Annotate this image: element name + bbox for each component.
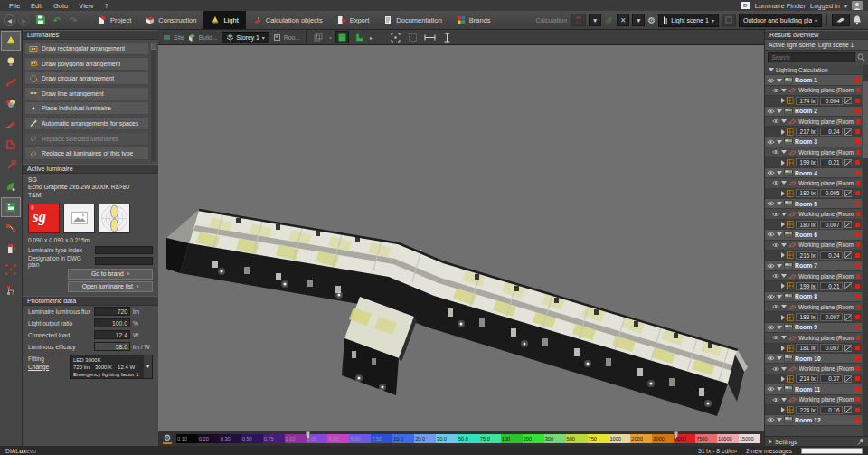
- nav-back-button[interactable]: ◀: [4, 14, 15, 26]
- menu-file[interactable]: File: [4, 2, 25, 10]
- falsecolor-chart-icon[interactable]: [844, 282, 853, 289]
- chevron-right-icon[interactable]: [781, 315, 785, 320]
- tree-result-row[interactable]: 224 lx 0.16: [765, 405, 862, 415]
- menu-edit[interactable]: Edit: [25, 2, 48, 10]
- tree-room-row[interactable]: Room 2: [765, 107, 862, 117]
- chevron-down-icon[interactable]: [781, 305, 787, 308]
- tool-view-frame[interactable]: [1, 260, 21, 280]
- visibility-eye-icon[interactable]: [767, 355, 775, 361]
- tree-result-row[interactable]: 180 lx 0.005: [765, 189, 862, 199]
- tree-result-row[interactable]: 174 lx 0.004: [765, 96, 862, 106]
- tool-structure[interactable]: [1, 280, 21, 300]
- tool-draw-polygonal-arrangement[interactable]: Draw polygonal arrangement: [24, 57, 149, 71]
- open-luminaire-list-button[interactable]: Open luminaire list ›: [68, 281, 153, 292]
- tree-room-row[interactable]: Room 4: [765, 168, 862, 178]
- visibility-eye-icon[interactable]: [767, 139, 775, 145]
- visibility-eye-icon[interactable]: [767, 386, 775, 392]
- tool-maintenance[interactable]: [1, 156, 21, 175]
- tab-project[interactable]: Project: [90, 11, 138, 29]
- tool-bulbs[interactable]: [1, 52, 21, 71]
- luminaire-photo-placeholder[interactable]: [63, 204, 95, 233]
- falsecolor-chart-icon[interactable]: [844, 251, 853, 259]
- falsecolor-chart-icon[interactable]: [844, 221, 853, 228]
- cad-3d-viewport[interactable]: [158, 45, 764, 431]
- falsecolor-chart-icon[interactable]: [844, 314, 853, 321]
- tree-result-row[interactable]: 199 lx 0.21: [765, 158, 862, 168]
- chevron-down-icon[interactable]: [781, 89, 787, 92]
- luminaire-finder-button[interactable]: Luminaire Finder: [755, 2, 806, 10]
- chevron-down-icon[interactable]: [777, 264, 782, 268]
- visibility-eye-icon[interactable]: [772, 304, 779, 309]
- tree-result-row[interactable]: 199 lx 0.21: [765, 281, 862, 291]
- site-level-button[interactable]: Site: [163, 33, 184, 42]
- tab-calculation-objects[interactable]: Calculation objects: [246, 11, 330, 29]
- chevron-down-icon[interactable]: [781, 274, 787, 278]
- fitting-change-link[interactable]: Change: [28, 363, 66, 371]
- chevron-down-icon[interactable]: [781, 398, 787, 402]
- measure-horizontal-button[interactable]: [423, 31, 437, 43]
- tree-result-row[interactable]: 183 lx 0.007: [765, 312, 862, 322]
- chevron-down-icon[interactable]: [777, 171, 782, 175]
- scrollbar-thumb[interactable]: [863, 81, 868, 158]
- chevron-down-icon[interactable]: [777, 79, 782, 82]
- falsecolor-chart-icon[interactable]: [844, 375, 853, 383]
- calculation-start-button[interactable]: [571, 14, 586, 26]
- visibility-eye-icon[interactable]: [772, 397, 779, 403]
- tree-room-row[interactable]: Room 5: [765, 199, 862, 209]
- tree-room-row[interactable]: Room 7: [765, 261, 862, 270]
- chevron-down-icon[interactable]: [781, 367, 787, 371]
- chevron-right-icon[interactable]: [781, 376, 785, 382]
- chevron-right-icon[interactable]: [781, 222, 785, 227]
- visibility-eye-icon[interactable]: [767, 109, 775, 114]
- avatar[interactable]: [852, 1, 863, 10]
- chevron-down-icon[interactable]: [781, 243, 787, 247]
- tool-room-contour[interactable]: [1, 135, 21, 155]
- tree-room-row[interactable]: Room 11: [765, 384, 862, 394]
- fitting-select[interactable]: LED 3000K 720 lm3000 K12.4 W Emergency l…: [70, 355, 153, 379]
- calculation-dropdown[interactable]: ▾: [589, 14, 601, 26]
- chevron-down-icon[interactable]: [781, 213, 787, 216]
- visibility-eye-icon[interactable]: [772, 88, 779, 93]
- building-level-button[interactable]: Build...: [188, 33, 218, 42]
- login-caret-icon[interactable]: ▾: [844, 3, 847, 9]
- tree-workingplane-row[interactable]: Working plane (Room 9): [765, 333, 862, 343]
- falsecolor-chart-icon[interactable]: [844, 128, 853, 136]
- visibility-eye-icon[interactable]: [767, 263, 775, 269]
- chevron-right-icon[interactable]: [781, 160, 785, 166]
- tool-draw-circular-arrangement[interactable]: Draw circular arrangement: [24, 71, 149, 85]
- tree-workingplane-row[interactable]: Working plane (Room...: [765, 395, 862, 405]
- tree-result-row[interactable]: 216 lx 0.24: [765, 251, 862, 261]
- chevron-right-icon[interactable]: [781, 407, 785, 412]
- results-scrollbar[interactable]: [863, 65, 868, 436]
- copy-view-button[interactable]: [312, 31, 326, 43]
- tool-automatic-arrangements[interactable]: Automatic arrangements for spaces: [24, 117, 149, 130]
- light-scene-select[interactable]: Light scene 1 ▾: [658, 14, 719, 27]
- undo-button[interactable]: ↶: [51, 14, 63, 26]
- tree-workingplane-row[interactable]: Working plane (Room 6): [765, 241, 862, 251]
- redo-button[interactable]: ↷: [67, 14, 80, 26]
- chevron-down-icon[interactable]: [777, 356, 782, 360]
- save-button[interactable]: [34, 14, 47, 26]
- tree-room-row[interactable]: Room 3: [765, 137, 862, 147]
- tool-light-scenes[interactable]: [1, 197, 21, 217]
- visibility-eye-icon[interactable]: [767, 325, 775, 330]
- tool-columns[interactable]: [1, 239, 21, 259]
- tool-colors[interactable]: [1, 93, 21, 113]
- settings-gear-icon[interactable]: ⚙: [647, 15, 656, 25]
- visibility-eye-icon[interactable]: [767, 294, 775, 299]
- working-plane-button[interactable]: [832, 14, 850, 26]
- settings-bar[interactable]: Settings: [765, 436, 868, 446]
- menu-goto[interactable]: Goto: [48, 2, 73, 10]
- falsecolor-chart-icon[interactable]: [844, 406, 853, 413]
- chevron-right-icon[interactable]: [781, 283, 785, 289]
- visibility-eye-icon[interactable]: [772, 242, 779, 248]
- chevron-right-icon[interactable]: [781, 191, 785, 196]
- chevron-down-icon[interactable]: [777, 295, 782, 299]
- tool-draw-line-arrangement[interactable]: Draw line arrangement: [24, 87, 149, 100]
- chevron-right-icon[interactable]: [781, 98, 785, 103]
- visibility-eye-icon[interactable]: [772, 149, 779, 155]
- tab-export[interactable]: Export: [330, 11, 377, 29]
- tool-place-individual-luminaire[interactable]: Place individual luminaire: [24, 101, 149, 115]
- tools-scroll-up[interactable]: [151, 43, 156, 50]
- tool-luminaires[interactable]: [1, 31, 21, 51]
